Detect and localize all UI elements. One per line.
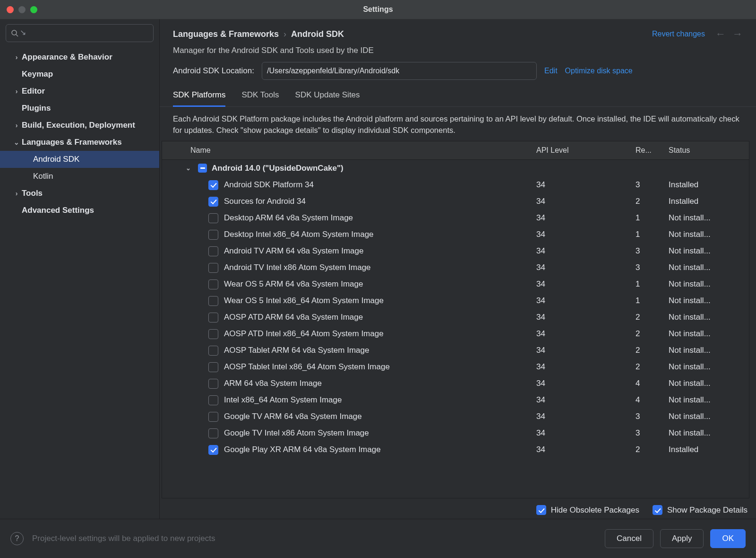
- package-api-level: 34: [536, 296, 636, 305]
- package-checkbox[interactable]: [208, 197, 218, 207]
- package-name: Sources for Android 34: [224, 197, 306, 206]
- apply-button[interactable]: Apply: [660, 529, 704, 548]
- sidebar-item-advanced-settings[interactable]: ›Advanced Settings: [0, 202, 159, 219]
- sidebar-item-kotlin[interactable]: Kotlin: [0, 168, 159, 185]
- package-checkbox[interactable]: [208, 180, 218, 190]
- settings-main: Languages & Frameworks › Android SDK Rev…: [160, 19, 756, 519]
- settings-search[interactable]: ↘: [6, 24, 154, 42]
- package-checkbox[interactable]: [208, 379, 218, 389]
- chevron-right-icon: ›: [11, 190, 22, 197]
- package-row[interactable]: ARM 64 v8a System Image344Not install...: [162, 375, 749, 392]
- package-checkbox[interactable]: [208, 230, 218, 240]
- cancel-button[interactable]: Cancel: [605, 529, 653, 548]
- help-icon[interactable]: ?: [10, 532, 24, 545]
- package-row[interactable]: AOSP Tablet ARM 64 v8a System Image342No…: [162, 342, 749, 359]
- package-checkbox[interactable]: [208, 362, 218, 372]
- package-row[interactable]: Google TV Intel x86 Atom System Image343…: [162, 425, 749, 442]
- package-row[interactable]: AOSP Tablet Intel x86_64 Atom System Ima…: [162, 359, 749, 375]
- package-checkbox[interactable]: [208, 246, 218, 256]
- package-group-row[interactable]: ⌄Android 14.0 ("UpsideDownCake"): [162, 160, 749, 177]
- package-api-level: 34: [536, 346, 636, 355]
- optimize-disk-link[interactable]: Optimize disk space: [565, 67, 633, 75]
- package-checkbox[interactable]: [208, 346, 218, 356]
- tristate-checkbox-icon[interactable]: [198, 164, 207, 173]
- revert-changes-link[interactable]: Revert changes: [652, 30, 705, 38]
- package-checkbox[interactable]: [208, 296, 218, 306]
- package-checkbox[interactable]: [208, 263, 218, 273]
- package-api-level: 34: [536, 412, 636, 421]
- tab-description: Each Android SDK Platform package includ…: [160, 107, 756, 141]
- tab-sdk-tools[interactable]: SDK Tools: [241, 90, 279, 107]
- package-row[interactable]: Google TV ARM 64 v8a System Image343Not …: [162, 409, 749, 425]
- sidebar-item-appearance-behavior[interactable]: ›Appearance & Behavior: [0, 49, 159, 66]
- package-row[interactable]: Android SDK Platform 34343Installed: [162, 177, 749, 193]
- sdk-location-label: Android SDK Location:: [173, 66, 254, 76]
- sidebar-item-tools[interactable]: ›Tools: [0, 185, 159, 202]
- forward-icon[interactable]: →: [732, 28, 743, 40]
- svg-point-0: [12, 30, 17, 35]
- package-row[interactable]: Intel x86_64 Atom System Image344Not ins…: [162, 392, 749, 409]
- package-row[interactable]: Sources for Android 34342Installed: [162, 193, 749, 210]
- sidebar-item-build-execution-deployment[interactable]: ›Build, Execution, Deployment: [0, 117, 159, 134]
- column-status[interactable]: Status: [669, 146, 749, 155]
- column-api-level[interactable]: API Level: [536, 146, 636, 155]
- breadcrumb-parent[interactable]: Languages & Frameworks: [173, 29, 279, 39]
- package-row[interactable]: Android TV ARM 64 v8a System Image343Not…: [162, 243, 749, 260]
- tab-sdk-update-sites[interactable]: SDK Update Sites: [295, 90, 360, 107]
- sdk-location-input[interactable]: [262, 62, 537, 80]
- package-status: Not install...: [669, 213, 749, 223]
- chevron-down-icon: ⌄: [186, 165, 193, 172]
- package-revision: 1: [636, 296, 669, 305]
- search-input[interactable]: [29, 29, 148, 38]
- package-row[interactable]: Wear OS 5 Intel x86_64 Atom System Image…: [162, 293, 749, 309]
- hide-obsolete-checkbox[interactable]: Hide Obsolete Packages: [536, 505, 639, 515]
- column-revision[interactable]: Re...: [636, 146, 669, 155]
- package-name: AOSP Tablet ARM 64 v8a System Image: [224, 346, 369, 355]
- sidebar-item-plugins[interactable]: ›Plugins: [0, 100, 159, 117]
- package-checkbox[interactable]: [208, 428, 218, 438]
- package-status: Not install...: [669, 329, 749, 339]
- sidebar-item-keymap[interactable]: ›Keymap: [0, 66, 159, 83]
- column-name[interactable]: Name: [162, 146, 536, 155]
- edit-sdk-location-link[interactable]: Edit: [544, 67, 558, 75]
- minimize-window-icon[interactable]: [18, 6, 26, 13]
- zoom-window-icon[interactable]: [30, 6, 37, 13]
- show-details-label: Show Package Details: [667, 506, 747, 515]
- package-row[interactable]: Desktop ARM 64 v8a System Image341Not in…: [162, 210, 749, 227]
- tab-sdk-platforms[interactable]: SDK Platforms: [173, 90, 225, 107]
- package-row[interactable]: AOSP ATD ARM 64 v8a System Image342Not i…: [162, 309, 749, 326]
- close-window-icon[interactable]: [7, 6, 14, 13]
- package-checkbox[interactable]: [208, 445, 218, 455]
- sidebar-item-label: Languages & Frameworks: [22, 138, 122, 147]
- sidebar-item-languages-frameworks[interactable]: ⌄Languages & Frameworks: [0, 134, 159, 151]
- package-checkbox[interactable]: [208, 412, 218, 422]
- package-checkbox[interactable]: [208, 329, 218, 339]
- package-api-level: 34: [536, 329, 636, 339]
- package-api-level: 34: [536, 263, 636, 272]
- package-row[interactable]: Google Play XR ARM 64 v8a System Image34…: [162, 442, 749, 458]
- sidebar-item-android-sdk[interactable]: Android SDK: [0, 151, 159, 168]
- package-status: Not install...: [669, 296, 749, 305]
- table-header: Name API Level Re... Status: [162, 141, 749, 159]
- back-icon[interactable]: ←: [715, 28, 726, 40]
- package-row[interactable]: Wear OS 5 ARM 64 v8a System Image341Not …: [162, 276, 749, 293]
- ok-button[interactable]: OK: [710, 529, 746, 548]
- package-row[interactable]: Android TV Intel x86 Atom System Image34…: [162, 260, 749, 276]
- show-package-details-checkbox[interactable]: Show Package Details: [653, 505, 747, 515]
- package-checkbox[interactable]: [208, 313, 218, 323]
- settings-sidebar: ↘ ›Appearance & Behavior›Keymap›Editor›P…: [0, 19, 160, 519]
- table-body[interactable]: ⌄Android 14.0 ("UpsideDownCake")Android …: [162, 159, 749, 498]
- package-name: Intel x86_64 Atom System Image: [224, 395, 342, 405]
- package-name: AOSP Tablet Intel x86_64 Atom System Ima…: [224, 362, 390, 372]
- package-status: Not install...: [669, 313, 749, 322]
- sidebar-item-editor[interactable]: ›Editor: [0, 83, 159, 100]
- package-checkbox[interactable]: [208, 279, 218, 289]
- package-checkbox[interactable]: [208, 213, 218, 223]
- package-status: Not install...: [669, 412, 749, 421]
- package-row[interactable]: Desktop Intel x86_64 Atom System Image34…: [162, 227, 749, 243]
- package-status: Not install...: [669, 230, 749, 239]
- package-api-level: 34: [536, 445, 636, 454]
- package-status: Not install...: [669, 395, 749, 405]
- package-row[interactable]: AOSP ATD Intel x86_64 Atom System Image3…: [162, 326, 749, 342]
- package-checkbox[interactable]: [208, 395, 218, 405]
